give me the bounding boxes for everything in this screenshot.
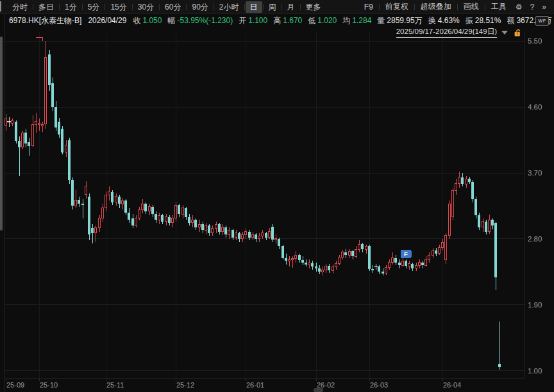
candle[interactable] xyxy=(228,227,230,239)
candle[interactable] xyxy=(15,120,17,144)
candle[interactable] xyxy=(468,177,471,184)
candle[interactable] xyxy=(88,193,90,240)
candle[interactable] xyxy=(274,234,276,243)
candle[interactable] xyxy=(355,246,357,257)
candle[interactable] xyxy=(61,126,63,155)
candle[interactable] xyxy=(394,255,397,265)
candle[interactable] xyxy=(151,205,154,216)
candle[interactable] xyxy=(121,198,123,209)
tool-工具[interactable]: 工具 xyxy=(486,1,512,13)
candle[interactable] xyxy=(258,233,260,242)
candle[interactable] xyxy=(498,322,501,369)
candle[interactable] xyxy=(301,256,304,265)
candle[interactable] xyxy=(315,263,317,272)
candle[interactable] xyxy=(118,195,121,208)
candle[interactable] xyxy=(374,264,378,270)
candle[interactable] xyxy=(261,230,263,239)
candle[interactable] xyxy=(451,188,453,220)
candle[interactable] xyxy=(378,265,380,274)
candle[interactable] xyxy=(371,265,374,272)
candle[interactable] xyxy=(24,129,27,147)
tool-超级叠加[interactable]: 超级叠加 xyxy=(416,1,457,13)
tab-多日[interactable]: 多日 xyxy=(34,1,58,13)
candle[interactable] xyxy=(474,197,477,218)
candle[interactable] xyxy=(168,215,171,225)
candle[interactable] xyxy=(41,122,43,132)
candle[interactable] xyxy=(335,261,337,270)
candle[interactable] xyxy=(111,190,113,205)
candle[interactable] xyxy=(328,264,330,273)
candle[interactable] xyxy=(388,259,390,270)
candle[interactable] xyxy=(415,263,417,272)
candle[interactable] xyxy=(31,115,33,147)
tool-画线[interactable]: 画线 xyxy=(458,1,484,13)
candle[interactable] xyxy=(44,41,46,129)
candle[interactable] xyxy=(255,233,257,242)
candle[interactable] xyxy=(455,179,457,195)
candle[interactable] xyxy=(444,233,446,264)
candle[interactable] xyxy=(361,243,364,252)
tab-5分[interactable]: 5分 xyxy=(83,1,105,13)
candle[interactable] xyxy=(221,224,223,235)
candle[interactable] xyxy=(141,199,143,213)
candle[interactable] xyxy=(191,215,193,227)
candle[interactable] xyxy=(91,224,94,243)
candle[interactable] xyxy=(4,114,6,130)
candle[interactable] xyxy=(98,215,100,231)
tab-更多[interactable]: 更多 xyxy=(301,1,326,13)
candle[interactable] xyxy=(208,224,210,236)
candle[interactable] xyxy=(421,261,424,268)
candle[interactable] xyxy=(348,249,350,258)
settings-gear-icon[interactable]: ⚙ xyxy=(512,3,526,12)
candle[interactable] xyxy=(291,256,293,267)
candle[interactable] xyxy=(85,181,87,199)
candle[interactable] xyxy=(448,200,450,239)
candle[interactable] xyxy=(94,225,96,241)
candle[interactable] xyxy=(215,222,217,233)
candle[interactable] xyxy=(158,213,160,224)
candle[interactable] xyxy=(461,173,464,186)
event-badge-f[interactable]: F xyxy=(401,250,412,258)
tab-15分[interactable]: 15分 xyxy=(106,1,131,13)
candle[interactable] xyxy=(224,225,227,237)
candle[interactable] xyxy=(174,202,176,222)
unlocked-warning-lock-icon[interactable]: ! xyxy=(513,28,522,37)
candle[interactable] xyxy=(458,172,460,188)
candle[interactable] xyxy=(321,266,323,275)
candle[interactable] xyxy=(128,208,130,223)
candle[interactable] xyxy=(238,232,240,242)
candle[interactable] xyxy=(405,259,407,268)
candle[interactable] xyxy=(71,177,74,209)
more-chevrons-icon[interactable]: » xyxy=(538,3,550,12)
tab-月[interactable]: 月 xyxy=(283,1,299,13)
candle[interactable] xyxy=(35,113,37,133)
candle[interactable] xyxy=(74,190,76,208)
candle[interactable] xyxy=(138,207,140,221)
candle[interactable] xyxy=(432,248,433,258)
candle[interactable] xyxy=(351,250,354,259)
candle[interactable] xyxy=(491,218,494,229)
candle[interactable] xyxy=(391,252,393,265)
horizontal-scrollbar-thumb[interactable] xyxy=(314,388,323,392)
candle[interactable] xyxy=(288,256,290,266)
candle[interactable] xyxy=(478,213,480,230)
candle[interactable] xyxy=(398,259,401,268)
candle[interactable] xyxy=(178,204,180,217)
candle[interactable] xyxy=(7,117,12,127)
tab-周[interactable]: 周 xyxy=(264,1,281,13)
candle[interactable] xyxy=(494,222,497,291)
tab-2小时[interactable]: 2小时 xyxy=(215,1,244,13)
candle[interactable] xyxy=(165,214,167,225)
candle[interactable] xyxy=(148,204,150,215)
candle[interactable] xyxy=(308,259,310,268)
candle[interactable] xyxy=(108,186,110,201)
candle[interactable] xyxy=(278,238,280,249)
candle[interactable] xyxy=(101,204,103,221)
candle[interactable] xyxy=(51,78,54,110)
candle[interactable] xyxy=(58,118,60,138)
left-scrollbar-thumb[interactable] xyxy=(0,37,3,231)
candle[interactable] xyxy=(281,245,284,259)
candle[interactable] xyxy=(344,249,347,258)
candle[interactable] xyxy=(338,255,340,265)
candle[interactable] xyxy=(28,138,30,155)
